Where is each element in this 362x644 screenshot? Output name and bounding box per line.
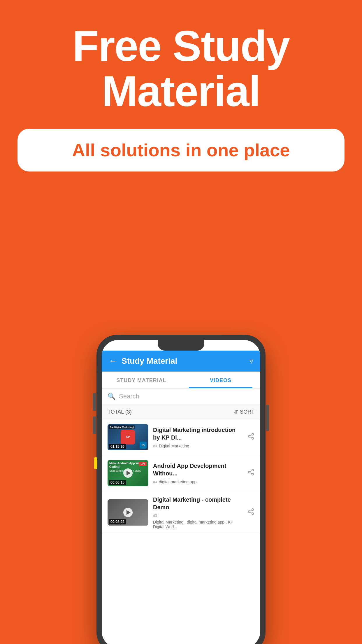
kp-logo: KP [121, 430, 135, 444]
search-icon: 🔍 [108, 393, 115, 400]
video-item-2[interactable]: Make Android App Without Coding! Start e… [102, 455, 260, 491]
app-header: ← Study Material ▿ [102, 351, 260, 372]
play-icon-3 [123, 508, 133, 517]
video-title-1: Digital Marketing introduction by KP Di.… [153, 426, 243, 441]
video-info-2: Android App Development Withou... 🏷 digi… [153, 462, 243, 484]
linkedin-icon: in [140, 442, 147, 449]
video-tag-1: Digital Marketing [159, 444, 189, 448]
hero-title: Free Study Material [17, 23, 345, 114]
filter-icon[interactable]: ▿ [249, 357, 253, 366]
video-thumbnail-1: DM(Digital Marketing) KP in 01:15:36 [108, 424, 148, 450]
hero-section: Free Study Material All solutions in one… [0, 0, 362, 183]
share-button-1[interactable] [247, 433, 254, 442]
tag-icon-3: 🏷 [153, 513, 157, 518]
video-title-3: Digital Marketing - complete Demo [153, 496, 243, 511]
tab-study-material[interactable]: STUDY MATERIAL [102, 372, 181, 388]
back-button[interactable]: ← [109, 356, 117, 366]
svg-point-10 [252, 509, 254, 510]
volume-down-button [93, 416, 96, 434]
svg-point-11 [248, 511, 250, 512]
video-duration-1: 01:15:36 [109, 444, 126, 449]
video-duration-2: 00:06:15 [109, 480, 126, 485]
total-row: TOTAL (3) ⇵ SORT [102, 405, 260, 419]
phone-outer: ← Study Material ▿ STUDY MATERIAL VIDEOS… [96, 335, 266, 644]
svg-line-14 [250, 510, 252, 511]
total-label: TOTAL (3) [108, 409, 132, 415]
svg-line-9 [250, 471, 252, 472]
video-thumbnail-3: 00:08:22 [108, 499, 148, 526]
video-tag-row-1: 🏷 Digital Marketing [153, 444, 243, 448]
video-info-1: Digital Marketing introduction by KP Di.… [153, 426, 243, 448]
tab-videos[interactable]: VIDEOS [181, 372, 260, 388]
share-button-3[interactable] [247, 508, 254, 517]
svg-point-6 [248, 471, 250, 473]
video-tag-2: digital marketing app [159, 480, 196, 484]
thumb-label: DM(Digital Marketing) [109, 425, 135, 429]
svg-line-13 [250, 512, 252, 513]
play-icon-2 [123, 468, 133, 478]
app-title: Study Material [122, 356, 249, 366]
sort-button[interactable]: ⇵ SORT [234, 409, 254, 415]
video-title-2: Android App Development Withou... [153, 462, 243, 477]
video-thumbnail-2: Make Android App Without Coding! Start e… [108, 460, 148, 486]
tag-icon-2: 🏷 [153, 480, 157, 484]
video-tag-row-3: 🏷 Digital Marketing , digital marketing … [153, 513, 243, 529]
live-badge: LIV [139, 462, 147, 466]
phone-notch [158, 340, 204, 351]
side-accent [94, 457, 97, 469]
tag-icon-1: 🏷 [153, 444, 157, 448]
svg-line-4 [250, 435, 252, 436]
video-item-3[interactable]: 00:08:22 Digital Marketing - complete De… [102, 491, 260, 534]
video-info-3: Digital Marketing - complete Demo 🏷 Digi… [153, 496, 243, 529]
volume-up-button [93, 393, 96, 411]
video-tag-3: Digital Marketing , digital marketing ap… [153, 520, 243, 529]
sort-icon: ⇵ [234, 409, 238, 415]
svg-line-8 [250, 473, 252, 474]
svg-point-7 [252, 473, 254, 475]
svg-point-0 [252, 433, 254, 435]
phone-mockup: ← Study Material ▿ STUDY MATERIAL VIDEOS… [96, 335, 266, 644]
tagline-box: All solutions in one place [17, 129, 345, 172]
video-item-1[interactable]: DM(Digital Marketing) KP in 01:15:36 Dig… [102, 419, 260, 455]
phone-screen: ← Study Material ▿ STUDY MATERIAL VIDEOS… [102, 340, 260, 644]
search-placeholder: Search [119, 393, 139, 400]
svg-point-1 [248, 435, 250, 437]
tagline-text: All solutions in one place [72, 140, 290, 160]
svg-line-3 [250, 437, 252, 438]
svg-point-5 [252, 469, 254, 471]
sort-label: SORT [240, 409, 254, 415]
svg-point-2 [252, 438, 254, 439]
power-button [266, 405, 269, 431]
share-button-2[interactable] [247, 469, 254, 477]
svg-point-12 [252, 513, 254, 514]
video-duration-3: 00:08:22 [109, 519, 126, 524]
video-tag-row-2: 🏷 digital marketing app [153, 480, 243, 484]
tab-bar: STUDY MATERIAL VIDEOS [102, 372, 260, 388]
search-bar[interactable]: 🔍 Search [102, 388, 260, 405]
